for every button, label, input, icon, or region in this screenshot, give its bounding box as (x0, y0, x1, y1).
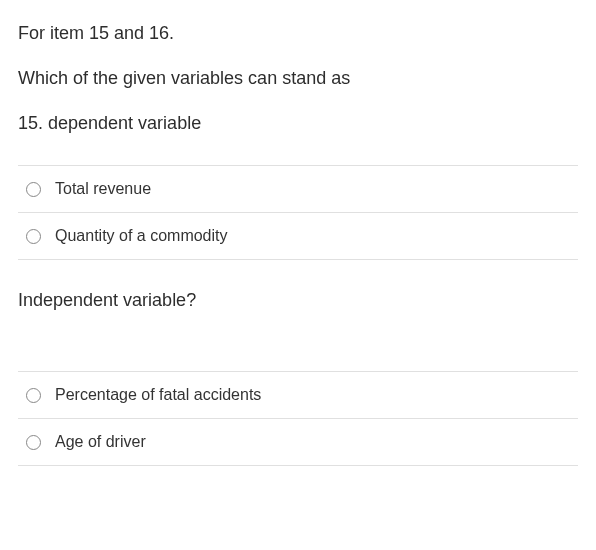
option-row[interactable]: Age of driver (18, 418, 578, 466)
question-intro: For item 15 and 16. (18, 20, 578, 47)
radio-icon[interactable] (26, 435, 41, 450)
radio-icon[interactable] (26, 182, 41, 197)
option-label: Total revenue (55, 180, 151, 198)
option-label: Percentage of fatal accidents (55, 386, 261, 404)
option-row[interactable]: Percentage of fatal accidents (18, 371, 578, 418)
option-group-2: Percentage of fatal accidents Age of dri… (18, 371, 578, 466)
option-label: Age of driver (55, 433, 146, 451)
question-part-2: Independent variable? (18, 290, 578, 311)
option-row[interactable]: Quantity of a commodity (18, 212, 578, 260)
option-group-1: Total revenue Quantity of a commodity (18, 165, 578, 260)
option-row[interactable]: Total revenue (18, 165, 578, 212)
radio-icon[interactable] (26, 229, 41, 244)
question-stem: Which of the given variables can stand a… (18, 65, 578, 92)
option-label: Quantity of a commodity (55, 227, 228, 245)
radio-icon[interactable] (26, 388, 41, 403)
question-part-1: 15. dependent variable (18, 110, 578, 137)
